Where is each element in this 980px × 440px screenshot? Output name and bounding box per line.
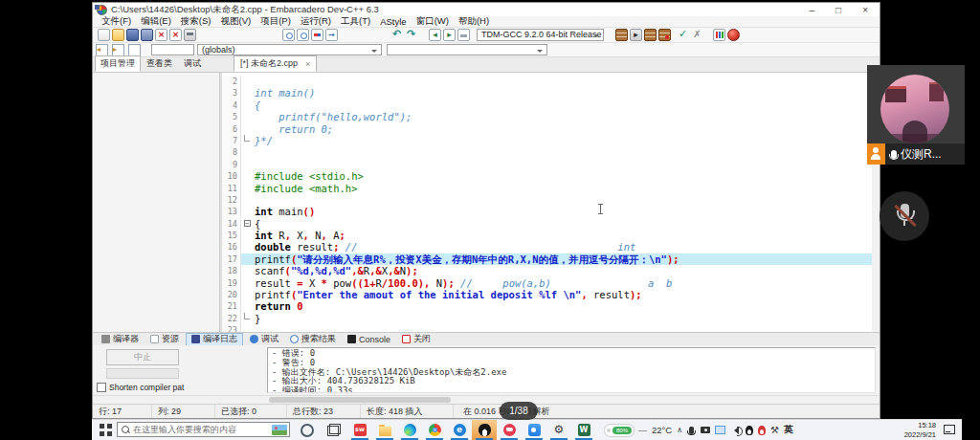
menu-item[interactable]: 运行(R) <box>296 15 336 28</box>
close-all-icon[interactable] <box>169 29 182 41</box>
output-tab[interactable]: 关闭 <box>397 334 435 345</box>
new-file-icon[interactable] <box>98 29 110 41</box>
title-bar[interactable]: C:\Users\14426\Desktop\未命名2.cpp - Embarc… <box>93 3 880 16</box>
compile-run-icon[interactable] <box>644 29 657 41</box>
goto-back-icon[interactable] <box>96 44 108 56</box>
dingtalk-taskbar-icon[interactable] <box>497 420 522 440</box>
menu-item[interactable]: 项目(P) <box>256 15 296 28</box>
qq-taskbar-icon[interactable] <box>472 420 497 440</box>
close-button[interactable]: × <box>862 5 868 15</box>
battery-widget[interactable]: 80% <box>605 425 634 436</box>
member-search-input[interactable] <box>151 44 194 55</box>
voov-meeting-taskbar-icon[interactable] <box>522 420 546 440</box>
close-file-icon[interactable] <box>155 29 167 41</box>
output-tab[interactable]: 资源 <box>145 334 184 345</box>
save-icon[interactable] <box>126 29 139 41</box>
toolbar-group <box>429 29 470 41</box>
microphone-tray-icon[interactable] <box>689 427 694 434</box>
weather-temperature[interactable]: 22°C <box>652 425 672 435</box>
taskbar-search-box[interactable]: 在这里输入你要搜索的内容 <box>117 422 290 437</box>
video-participant-tile[interactable]: 仪测R... <box>867 65 965 165</box>
nav-forward-icon[interactable] <box>443 29 456 41</box>
input-language-indicator[interactable]: 英 <box>784 424 793 436</box>
editor-tab[interactable]: [*] 未命名2.cpp × <box>234 55 317 72</box>
syntax-check-icon[interactable] <box>677 29 689 41</box>
goto-line-icon[interactable] <box>325 29 338 41</box>
run-icon[interactable] <box>630 29 642 41</box>
print-icon[interactable] <box>184 29 196 41</box>
fold-open-icon[interactable]: − <box>244 220 251 227</box>
settings-taskbar-icon[interactable]: ⚙ <box>546 420 571 440</box>
undo-icon[interactable] <box>390 29 403 41</box>
menu-item[interactable]: 文件(F) <box>97 15 136 28</box>
cortana-button[interactable] <box>301 424 314 437</box>
menu-item[interactable]: 搜索(S) <box>176 15 216 28</box>
shorten-paths-checkbox[interactable] <box>97 383 106 392</box>
abort-compile-button[interactable]: 中止 <box>106 349 179 365</box>
volume-tray-icon[interactable] <box>730 427 739 434</box>
editor-tab-close-icon[interactable]: × <box>305 59 310 69</box>
output-tab[interactable]: 调试 <box>245 334 283 345</box>
panel-tab[interactable]: 查看类 <box>141 55 178 72</box>
code-editor[interactable]: 23int main()4{5 printf("hello,world");6 … <box>222 73 880 332</box>
maximize-button[interactable]: □ <box>835 5 841 15</box>
menu-item[interactable]: 帮助(H) <box>454 15 494 28</box>
open-file-icon[interactable] <box>112 29 124 41</box>
log-horizontal-scrollbar[interactable] <box>93 395 880 404</box>
rebuild-icon[interactable] <box>658 29 671 41</box>
member-combo[interactable] <box>387 44 547 55</box>
task-view-button[interactable] <box>327 426 339 436</box>
seewo-whiteboard-taskbar-icon[interactable]: W <box>571 420 596 440</box>
tim-tray-icon[interactable] <box>758 426 766 435</box>
abort-icon[interactable] <box>691 29 703 41</box>
output-tab[interactable]: 编译日志 <box>186 333 243 346</box>
qq-tray-icon[interactable] <box>746 426 753 435</box>
menu-item[interactable]: 工具(T) <box>336 15 375 28</box>
file-explorer-taskbar-icon[interactable] <box>372 420 397 440</box>
toolbar-group <box>615 29 671 41</box>
compile-icon[interactable] <box>615 29 628 41</box>
compiler-profile-combo[interactable]: TDM-GCC 9.2.0 64-bit Release <box>477 29 604 41</box>
project-panel[interactable] <box>93 73 220 332</box>
mute-microphone-button[interactable] <box>880 191 929 241</box>
menu-item[interactable]: 窗口(W) <box>412 15 454 28</box>
tray-expand-icon[interactable]: ∧ <box>677 426 682 434</box>
repair-tool-tray-icon[interactable]: ⚒ <box>770 425 779 435</box>
edge-taskbar-icon[interactable] <box>397 420 422 440</box>
action-center-button[interactable] <box>944 425 955 434</box>
fold-margin <box>241 159 253 170</box>
scrollbar-thumb[interactable] <box>269 397 451 403</box>
nav-back-icon[interactable] <box>429 29 441 41</box>
panel-tab[interactable]: 项目管理 <box>95 55 141 72</box>
camera-tray-icon[interactable] <box>701 427 710 433</box>
output-tab[interactable]: Console <box>343 334 395 345</box>
clear-icon[interactable] <box>457 29 470 41</box>
photo-viewer-tray-icon[interactable] <box>715 426 725 434</box>
seewo-taskbar-icon[interactable]: sw <box>347 420 372 440</box>
browser-e-taskbar-icon[interactable]: e <box>447 420 472 440</box>
scope-combo[interactable]: (globals) <box>197 44 382 55</box>
output-tab[interactable]: 搜索结果 <box>285 334 341 345</box>
panel-tab[interactable]: 调试 <box>178 55 207 72</box>
find-in-files-icon[interactable] <box>297 29 309 41</box>
menu-item[interactable]: 编辑(E) <box>136 15 176 28</box>
output-tab[interactable]: 编译器 <box>97 334 144 345</box>
taskbar-clock[interactable]: 15:18 2022/9/21 <box>890 421 936 439</box>
redo-icon[interactable] <box>405 29 417 41</box>
text-cursor <box>597 204 604 214</box>
menu-bar: 文件(F)编辑(E)搜索(S)视图(V)项目(P)运行(R)工具(T)AStyl… <box>93 16 880 28</box>
find-icon[interactable] <box>282 29 295 41</box>
goto-forward-icon[interactable] <box>112 44 124 56</box>
menu-item[interactable]: 视图(V) <box>215 15 256 28</box>
debug-icon[interactable] <box>727 29 740 41</box>
collapsed-icon[interactable]: — <box>638 426 647 435</box>
replace-icon[interactable] <box>311 29 323 41</box>
save-all-icon[interactable] <box>141 29 153 41</box>
menu-item[interactable]: AStyle <box>375 16 411 27</box>
code-line: 10#include <stdio.h> <box>222 170 880 182</box>
chrome-taskbar-icon[interactable] <box>422 420 447 440</box>
minimize-button[interactable]: – <box>810 5 815 15</box>
class-browser-icon[interactable] <box>128 44 141 56</box>
profiler-icon[interactable] <box>713 29 725 41</box>
start-button[interactable] <box>100 424 112 436</box>
